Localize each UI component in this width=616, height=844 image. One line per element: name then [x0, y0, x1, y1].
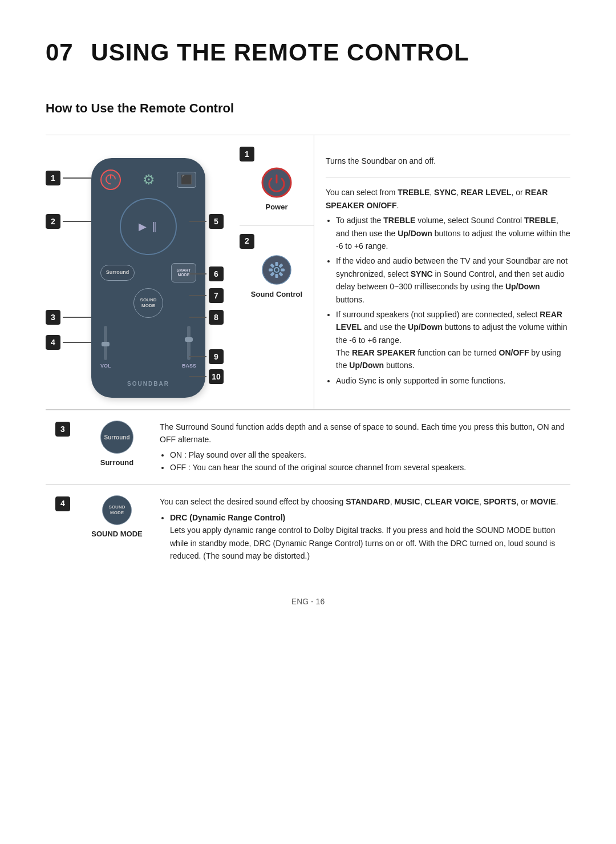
row-icon-surround: Surround Surround: [80, 421, 154, 469]
svg-rect-4: [275, 262, 278, 266]
remote-label-5: 5: [189, 214, 224, 229]
remote-surround-button: Surround: [100, 265, 135, 281]
remote-diagram: ⚙ ⬛ Surround SMARTMODE: [46, 135, 240, 409]
remote-label-6: 6: [189, 266, 224, 281]
remote-label-3: 3: [46, 310, 91, 325]
power-icon-box: Power: [261, 167, 292, 213]
page-number: ENG - 16: [46, 596, 570, 608]
remote-label-8: 8: [189, 310, 224, 325]
bottom-rows: 3 Surround Surround The Surround Sound f…: [46, 410, 570, 573]
svg-rect-10: [269, 268, 273, 271]
row-soundmode: 4 SOUND MODE SOUND MODE You can select t…: [46, 485, 570, 573]
remote-soundmode-button: SOUNDMODE: [133, 288, 163, 318]
desc-power: Turns the Soundbar on and off.: [326, 147, 570, 178]
badge-1: 1: [240, 147, 254, 161]
description-column: Turns the Soundbar on and off. You can s…: [314, 135, 570, 409]
remote-label-7: 7: [189, 288, 224, 303]
remote-label-4: 4: [46, 335, 91, 350]
remote-label-1: 1: [46, 171, 91, 185]
row-icon-soundmode: SOUND MODE SOUND MODE: [80, 495, 154, 540]
power-icon: [261, 167, 292, 198]
power-label: Power: [265, 201, 287, 213]
page-title: 07 USING THE REMOTE CONTROL: [46, 34, 570, 70]
section-heading: How to Use the Remote Control: [46, 99, 570, 118]
row-surround: 3 Surround Surround The Surround Sound f…: [46, 410, 570, 485]
remote-vol-slider: VOL: [100, 326, 111, 370]
remote-gear-button: ⚙: [139, 170, 159, 189]
soundmode-icon: SOUND MODE: [102, 495, 132, 525]
soundmode-icon-label: SOUND MODE: [91, 528, 143, 540]
remote-label-2: 2: [46, 214, 91, 229]
remote-input-button: ⬛: [177, 172, 196, 188]
row-badge-3: 3: [46, 421, 80, 437]
desc-sound-control: You can select from TREBLE, SYNC, REAR L…: [326, 178, 570, 397]
svg-rect-8: [275, 274, 278, 278]
row-badge-4: 4: [46, 495, 80, 511]
sound-control-icon-box: Sound Control: [251, 255, 302, 300]
icon-column: 1 Power 2: [240, 135, 314, 304]
surround-icon-label: Surround: [100, 457, 134, 469]
remote-circle-nav: [120, 198, 177, 255]
sound-control-label: Sound Control: [251, 289, 302, 300]
badge-2: 2: [240, 234, 254, 249]
row-desc-soundmode: You can select the desired sound effect …: [154, 495, 570, 563]
remote-soundbar-label: SOUNDBAR: [127, 379, 169, 388]
row-desc-surround: The Surround Sound function adds depth a…: [154, 421, 570, 474]
remote-label-9: 9: [189, 349, 224, 364]
svg-rect-6: [281, 268, 285, 271]
sound-control-icon: [261, 255, 292, 285]
remote-power-button: [100, 169, 121, 190]
surround-icon: Surround: [100, 421, 133, 454]
remote-label-10: 10: [189, 369, 224, 384]
